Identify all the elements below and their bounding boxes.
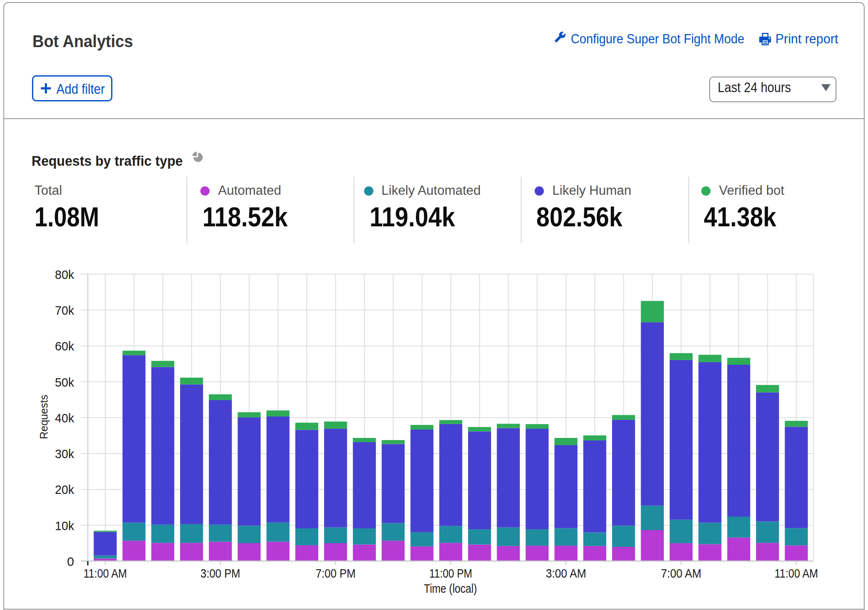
svg-text:11:00 AM: 11:00 AM: [775, 567, 818, 580]
svg-text:Requests: Requests: [38, 395, 50, 439]
svg-text:Time (local): Time (local): [424, 582, 477, 595]
svg-text:70k: 70k: [55, 303, 75, 317]
svg-text:40k: 40k: [55, 411, 75, 425]
svg-text:30k: 30k: [55, 447, 75, 461]
svg-text:7:00 AM: 7:00 AM: [661, 567, 701, 580]
svg-text:60k: 60k: [55, 339, 75, 353]
svg-text:3:00 AM: 3:00 AM: [546, 567, 586, 580]
svg-text:80k: 80k: [55, 268, 75, 281]
svg-text:11:00 AM: 11:00 AM: [83, 567, 127, 580]
svg-text:7:00 PM: 7:00 PM: [316, 567, 356, 580]
svg-text:50k: 50k: [55, 375, 75, 389]
svg-text:0: 0: [67, 554, 74, 568]
svg-text:20k: 20k: [55, 483, 75, 496]
svg-text:10k: 10k: [55, 519, 75, 533]
svg-text:11:00 PM: 11:00 PM: [429, 567, 472, 580]
svg-text:3:00 PM: 3:00 PM: [200, 567, 240, 580]
